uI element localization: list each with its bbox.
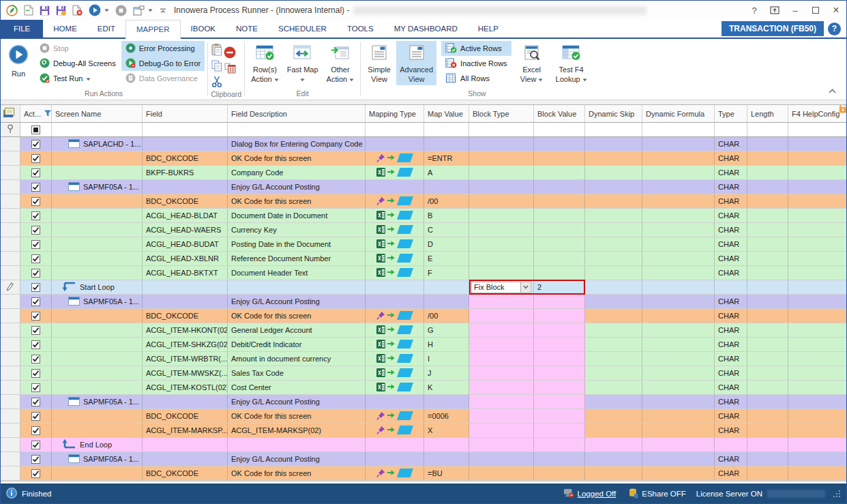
column-header-act[interactable]: Act... [20, 105, 52, 122]
mapping-type-cell[interactable] [366, 409, 424, 423]
copy-icon[interactable] [211, 60, 222, 73]
mapping-type-cell[interactable] [366, 338, 424, 351]
dynamic-formula-cell[interactable] [642, 381, 715, 394]
block-value-cell[interactable] [534, 295, 585, 308]
active-checkbox[interactable] [31, 412, 40, 421]
active-checkbox-cell[interactable] [20, 352, 52, 366]
field-cell[interactable]: BDC_OKCODE [143, 409, 228, 423]
field-description-cell[interactable]: OK Code for this screen [228, 194, 366, 208]
screen-name-cell[interactable] [52, 338, 143, 351]
active-checkbox[interactable] [31, 226, 40, 235]
column-header-f4[interactable]: F4 HelpConfig [788, 105, 846, 122]
type-cell[interactable]: CHAR [715, 295, 747, 308]
tab-note[interactable]: NOTE [226, 20, 268, 38]
type-cell[interactable]: CHAR [715, 323, 747, 337]
block-type-cell[interactable]: Fix Block [469, 280, 534, 294]
map-value-cell[interactable]: /00 [424, 309, 469, 323]
map-value-cell[interactable]: =0006 [424, 409, 469, 423]
f4-helpconfig-cell[interactable] [788, 295, 846, 308]
map-value-cell[interactable]: =ENTR [424, 151, 469, 165]
active-checkbox-cell[interactable] [20, 309, 52, 323]
active-checkbox[interactable] [31, 154, 40, 163]
block-type-cell[interactable] [469, 381, 534, 394]
dynamic-formula-cell[interactable] [642, 266, 715, 280]
map-value-cell[interactable]: I [424, 352, 469, 366]
field-cell[interactable]: BDC_OKCODE [143, 466, 228, 480]
active-checkbox-cell[interactable] [20, 137, 52, 151]
tab-scheduler[interactable]: SCHEDULER [268, 20, 337, 38]
dynamic-formula-cell[interactable] [642, 395, 715, 409]
active-checkbox-cell[interactable] [20, 409, 52, 423]
map-value-cell[interactable] [424, 395, 469, 409]
select-all-checkbox[interactable] [31, 125, 40, 134]
active-checkbox[interactable] [31, 383, 40, 392]
block-type-cell[interactable] [469, 194, 534, 208]
block-value-cell[interactable] [534, 466, 585, 480]
map-value-cell[interactable]: E [424, 252, 469, 265]
rows-action-button[interactable]: Row(s) Action [248, 41, 282, 85]
active-checkbox[interactable] [31, 312, 40, 321]
length-cell[interactable] [747, 223, 788, 237]
f4-helpconfig-cell[interactable] [788, 352, 846, 366]
f4-helpconfig-cell[interactable] [788, 309, 846, 323]
dynamic-skip-cell[interactable] [585, 137, 642, 151]
screen-name-cell[interactable] [52, 309, 143, 323]
type-cell[interactable]: CHAR [715, 166, 747, 179]
eshare-status[interactable]: EShare OFF [629, 488, 686, 500]
screen-name-cell[interactable] [52, 266, 143, 280]
active-checkbox[interactable] [31, 140, 40, 149]
f4-helpconfig-cell[interactable] [788, 166, 846, 179]
type-cell[interactable]: CHAR [715, 209, 747, 222]
active-checkbox-cell[interactable] [20, 452, 52, 466]
filter-cell-mapping[interactable] [366, 123, 424, 136]
minimize-button[interactable]: – [785, 1, 805, 20]
field-description-cell[interactable]: Enjoy G/L Account Posting [228, 295, 366, 308]
mapping-type-cell[interactable] [366, 266, 424, 280]
mapping-type-cell[interactable] [366, 424, 424, 437]
screen-name-cell[interactable] [52, 424, 143, 437]
active-checkbox-cell[interactable] [20, 381, 52, 394]
f4-helpconfig-cell[interactable] [788, 252, 846, 265]
paste-special-icon[interactable] [224, 63, 236, 75]
active-checkbox[interactable] [31, 197, 40, 206]
type-cell[interactable]: CHAR [715, 395, 747, 409]
map-value-cell[interactable]: K [424, 381, 469, 394]
field-cell[interactable] [143, 295, 228, 308]
block-value-cell[interactable] [534, 223, 585, 237]
field-description-cell[interactable]: OK Code for this screen [228, 409, 366, 423]
type-cell[interactable]: CHAR [715, 424, 747, 437]
type-cell[interactable]: CHAR [715, 338, 747, 351]
f4-helpconfig-cell[interactable] [788, 280, 846, 294]
f4-helpconfig-cell[interactable] [788, 452, 846, 466]
f4-helpconfig-cell[interactable] [788, 366, 846, 380]
field-description-cell[interactable]: Currency Key [228, 223, 366, 237]
map-value-cell[interactable]: A [424, 166, 469, 179]
field-cell[interactable] [143, 438, 228, 451]
length-cell[interactable] [747, 309, 788, 323]
field-description-cell[interactable]: OK Code for this screen [228, 309, 366, 323]
dynamic-formula-cell[interactable] [642, 180, 715, 194]
help-button[interactable]: ? [744, 1, 764, 20]
field-description-cell[interactable]: Company Code [228, 166, 366, 179]
window-dropdown-caret-icon[interactable] [148, 3, 153, 17]
dynamic-skip-cell[interactable] [585, 223, 642, 237]
length-cell[interactable] [747, 137, 788, 151]
debug-all-screens-button[interactable]: Debug-All Screens [35, 56, 120, 71]
ribbon-options-icon[interactable] [159, 3, 167, 17]
logged-off-link[interactable]: Logged Off [563, 488, 616, 499]
advanced-view-button[interactable]: AdvancedView [396, 41, 436, 85]
dynamic-skip-cell[interactable] [585, 266, 642, 280]
block-type-cell[interactable] [469, 223, 534, 237]
test-run-button[interactable]: Test Run [35, 71, 120, 86]
run-icon[interactable] [89, 3, 101, 17]
map-value-cell[interactable]: F [424, 266, 469, 280]
field-description-cell[interactable]: Enjoy G/L Account Posting [228, 452, 366, 466]
screen-name-cell[interactable]: SAPMF05A - 1... [52, 180, 143, 194]
mapping-type-cell[interactable] [366, 352, 424, 366]
dynamic-formula-cell[interactable] [642, 438, 715, 451]
length-cell[interactable] [747, 409, 788, 423]
screen-name-cell[interactable] [52, 366, 143, 380]
excel-view-button[interactable]: Excel View [516, 41, 548, 85]
filter-cell-f4[interactable] [788, 123, 846, 136]
map-value-cell[interactable] [424, 280, 469, 294]
